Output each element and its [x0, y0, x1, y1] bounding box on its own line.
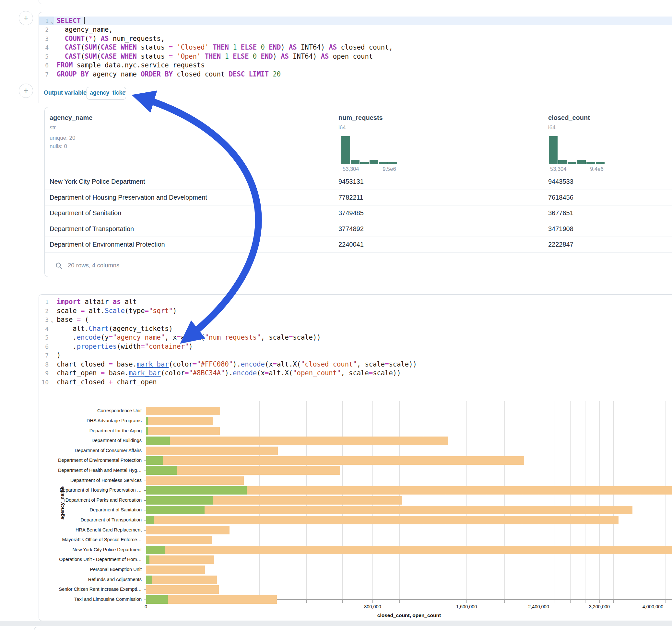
- table-cell: 9453131: [338, 178, 364, 185]
- line-number: 1⌄: [39, 17, 54, 26]
- table-cell: Department of Transportation: [50, 225, 134, 233]
- bar-open-count: [146, 546, 165, 554]
- column-header-num_requests[interactable]: num_requests: [338, 114, 383, 122]
- output-variable-label: Output variable:: [44, 90, 89, 96]
- sql-cell[interactable]: 1⌄234567SELECT agency_name, COUNT(*) AS …: [39, 12, 672, 84]
- x-tick-label: 800,000: [364, 604, 381, 609]
- axis-tick: [653, 600, 653, 603]
- gridline: [466, 401, 467, 599]
- y-category-label: Department of Homeless Services: [39, 478, 142, 483]
- table-cell: Department of Sanitation: [50, 209, 121, 217]
- code-line[interactable]: chart_closed = base.mark_bar(color="#FFC…: [57, 360, 672, 369]
- add-cell-button-top[interactable]: +: [19, 11, 33, 25]
- column-header-agency_name[interactable]: agency_name: [50, 114, 92, 122]
- code-line[interactable]: CAST(SUM(CASE WHEN status = 'Closed' THE…: [57, 43, 672, 52]
- gridline: [613, 401, 614, 599]
- code-line[interactable]: chart_open = base.mark_bar(color="#8BC34…: [57, 369, 672, 378]
- code-line[interactable]: FROM sample_data.nyc.service_requests: [57, 61, 672, 70]
- code-lines[interactable]: SELECT agency_name, COUNT(*) AS num_requ…: [57, 12, 672, 79]
- axis-tick: [666, 600, 666, 603]
- histogram-bar: [360, 162, 369, 164]
- line-number-gutter: 1⌄234567: [39, 12, 54, 84]
- axis-tick: [555, 600, 555, 603]
- table-cell: Department of Housing Preservation and D…: [50, 194, 207, 201]
- previous-cell-edge: [39, 0, 672, 4]
- table-row[interactable]: Department of Sanitation37494853677651: [45, 205, 672, 221]
- histogram-max-label: 9.5e6: [380, 166, 399, 172]
- axis-tick: [466, 600, 467, 603]
- gridline: [653, 401, 653, 599]
- axis-tick: [342, 600, 343, 603]
- code-line[interactable]: agency_name,: [57, 25, 672, 34]
- gridline: [539, 401, 539, 599]
- table-row[interactable]: Department of Transportation377489234719…: [45, 221, 672, 237]
- line-number: 7: [39, 70, 54, 79]
- column-type: i64: [548, 124, 556, 131]
- code-line[interactable]: import altair as alt: [57, 297, 672, 307]
- code-line[interactable]: .properties(width="container"): [57, 342, 672, 351]
- table-row[interactable]: Department of Housing Preservation and D…: [45, 190, 672, 206]
- bar-closed-count: [146, 456, 524, 465]
- python-code-editor[interactable]: 123⌄45678910import altair as altscale = …: [39, 295, 672, 392]
- y-category-label: Senior Citizen Rent Increase Exempti…: [39, 587, 142, 592]
- table-cell: 2240041: [338, 241, 364, 248]
- gridline: [585, 401, 585, 599]
- code-line[interactable]: CAST(SUM(CASE WHEN status = 'Open' THEN …: [57, 52, 672, 61]
- add-cell-button-mid[interactable]: +: [19, 83, 33, 98]
- gridline: [666, 401, 666, 599]
- histogram-bar: [341, 136, 350, 164]
- fold-chevron-icon[interactable]: ⌄: [51, 316, 53, 325]
- table-row[interactable]: New York City Police Department945313194…: [45, 174, 672, 190]
- y-tick: [144, 580, 146, 580]
- code-line[interactable]: GROUP BY agency_name ORDER BY closed_cou…: [57, 70, 672, 79]
- output-variable-pill[interactable]: agency_tickets: [87, 87, 126, 99]
- fold-chevron-icon[interactable]: ⌄: [51, 18, 53, 27]
- code-line[interactable]: scale = alt.Scale(type="sqrt"): [57, 307, 672, 316]
- y-tick: [144, 550, 146, 550]
- bar-open-count: [146, 466, 177, 475]
- y-tick: [144, 589, 146, 590]
- line-number: 5: [39, 333, 54, 342]
- output-variable-strip: Output variable: agency_tickets: [39, 84, 672, 103]
- y-category-label: Refunds and Adjustments: [39, 577, 142, 582]
- axis-tick: [306, 600, 307, 603]
- gridline: [640, 401, 640, 599]
- histogram-bar: [388, 162, 397, 164]
- table-cell: 7782211: [338, 194, 363, 201]
- table-row-count: 20 rows, 4 columns: [68, 262, 119, 269]
- histogram-bar: [586, 162, 595, 164]
- column-histogram: [549, 136, 605, 164]
- table-cell: 3677651: [548, 209, 573, 217]
- column-header-closed_count[interactable]: closed_count: [548, 114, 590, 122]
- table-footer: 20 rows, 4 columns: [45, 255, 672, 277]
- x-tick-label: 2,400,000: [528, 604, 549, 609]
- table-row[interactable]: Department of Environmental Protection22…: [45, 237, 672, 253]
- y-category-label: Department of Buildings: [39, 438, 142, 443]
- code-line[interactable]: base = (: [57, 315, 672, 324]
- y-tick: [144, 421, 146, 421]
- y-category-label: Department of Parks and Recreation: [39, 498, 142, 503]
- code-line[interactable]: .encode(y="agency_name", x=alt.X("num_re…: [57, 333, 672, 342]
- code-line[interactable]: ): [57, 351, 672, 360]
- column-type: str: [50, 124, 56, 131]
- line-number: 3: [39, 34, 54, 43]
- sql-code-editor[interactable]: 1⌄234567SELECT agency_name, COUNT(*) AS …: [39, 12, 672, 84]
- code-line[interactable]: alt.Chart(agency_tickets): [57, 324, 672, 334]
- histogram-min-label: 53,304: [343, 166, 359, 172]
- y-category-label: Taxi and Limousine Commission: [39, 597, 142, 602]
- code-lines[interactable]: import altair as altscale = alt.Scale(ty…: [57, 295, 672, 387]
- code-line[interactable]: SELECT: [57, 17, 672, 26]
- y-tick: [144, 490, 146, 491]
- histogram-bar: [596, 162, 605, 164]
- code-line[interactable]: chart_closed + chart_open: [57, 378, 672, 387]
- column-stats: unique: 20nulls: 0: [50, 134, 75, 151]
- bar-open-count: [146, 456, 163, 465]
- y-category-label: HRA Benefit Card Replacement: [39, 527, 142, 532]
- notebook-page: + + 1⌄234567SELECT agency_name, COUNT(*)…: [0, 0, 672, 630]
- line-number: 9: [39, 369, 54, 378]
- code-line[interactable]: COUNT(*) AS num_requests,: [57, 34, 672, 43]
- bar-closed-count: [146, 546, 672, 554]
- search-icon[interactable]: [55, 262, 63, 269]
- gridline: [599, 401, 600, 599]
- y-category-label: Personal Exemption Unit: [39, 567, 142, 572]
